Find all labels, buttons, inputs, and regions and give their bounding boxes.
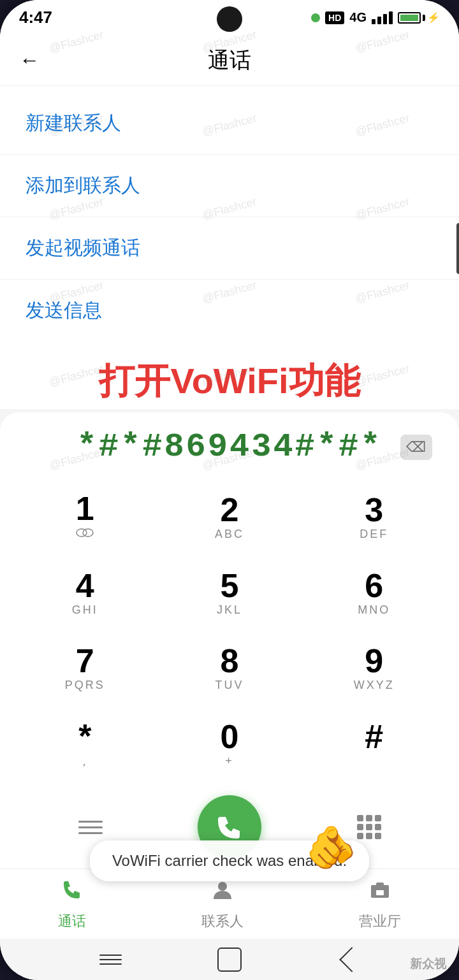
menu-icon	[99, 955, 122, 965]
vowifi-banner: 打开VoWiFi功能	[0, 348, 459, 409]
system-back-button[interactable]	[333, 944, 365, 976]
calls-icon	[59, 877, 85, 909]
key-5-sub: JKL	[217, 603, 242, 617]
signal-bar-3	[383, 14, 387, 24]
system-menu-button[interactable]	[94, 944, 126, 976]
key-2-sub: ABC	[215, 528, 244, 542]
nav-item-business[interactable]: 营业厅	[359, 877, 401, 931]
svg-rect-4	[376, 883, 384, 886]
key-7-sub: PQRS	[65, 679, 105, 693]
nav-calls-label: 通话	[58, 912, 86, 931]
svg-point-1	[83, 529, 93, 537]
battery-fill	[400, 15, 418, 21]
charging-icon: ⚡	[427, 11, 440, 24]
home-square-icon	[217, 948, 242, 972]
svg-point-2	[218, 882, 227, 891]
dial-number-display: *#*#869434#*#*	[26, 428, 433, 466]
hd-badge: HD	[325, 11, 344, 24]
key-9[interactable]: 9 WXYZ	[302, 631, 446, 706]
key-8-main: 8	[221, 644, 239, 677]
key-4-main: 4	[76, 569, 94, 602]
key-2[interactable]: 2 ABC	[157, 479, 302, 556]
camera-notch	[217, 6, 242, 32]
nav-item-contacts[interactable]: 联系人	[201, 877, 244, 931]
hand-pointer-icon: 🫵	[305, 823, 357, 868]
dial-input-row: *#*#869434#*#* ⌫	[0, 412, 459, 472]
nav-business-label: 营业厅	[359, 912, 401, 931]
key-star-sub: ，	[78, 754, 92, 769]
menu-item-video-call[interactable]: 发起视频通话	[0, 217, 459, 280]
key-7[interactable]: 7 PQRS	[13, 631, 157, 706]
phone-screen: @Flashcer @Flashcer @Flashcer @Flashcer …	[0, 0, 459, 980]
key-5[interactable]: 5 JKL	[157, 556, 302, 631]
key-6-main: 6	[365, 569, 383, 602]
volume-button[interactable]	[456, 223, 459, 274]
nav-contacts-label: 联系人	[201, 912, 244, 931]
phone-frame: @Flashcer @Flashcer @Flashcer @Flashcer …	[0, 0, 459, 980]
key-7-main: 7	[76, 644, 94, 677]
status-icons: HD 4G ⚡	[311, 10, 440, 25]
battery-body	[398, 12, 421, 24]
key-0-main: 0	[221, 720, 239, 753]
battery-icon: ⚡	[398, 11, 440, 24]
signal-bar-1	[372, 19, 375, 24]
key-5-main: 5	[221, 569, 239, 602]
key-6[interactable]: 6 MNO	[302, 556, 446, 631]
back-button[interactable]: ←	[19, 48, 40, 72]
key-1-main: 1	[76, 492, 94, 525]
menu-lines-icon	[78, 821, 103, 834]
key-9-main: 9	[365, 644, 383, 677]
key-8[interactable]: 8 TUV	[157, 631, 302, 706]
back-chevron-icon	[339, 947, 365, 972]
key-3-main: 3	[365, 493, 383, 526]
key-9-sub: WXYZ	[354, 679, 395, 693]
key-1-sub	[75, 526, 94, 542]
signal-bars	[372, 11, 393, 24]
key-8-sub: TUV	[215, 679, 244, 693]
notification-dot	[311, 13, 320, 22]
key-3[interactable]: 3 DEF	[302, 479, 446, 556]
key-4[interactable]: 4 GHI	[13, 556, 157, 631]
grid-icon	[357, 815, 380, 839]
menu-item-new-contact[interactable]: 新建联系人	[0, 92, 459, 155]
dialer-area: *#*#869434#*#* ⌫ 1 2 ABC 3	[0, 412, 459, 868]
nav-item-calls[interactable]: 通话	[58, 877, 86, 931]
backspace-icon: ⌫	[400, 435, 432, 460]
vowifi-title: 打开VoWiFi功能	[19, 357, 440, 406]
keypad: 1 2 ABC 3 DEF 4 GHI	[0, 472, 459, 789]
key-1[interactable]: 1	[13, 479, 157, 556]
signal-bar-2	[377, 17, 381, 24]
key-hash-main: #	[365, 720, 383, 753]
key-6-sub: MNO	[358, 603, 390, 617]
key-0-sub: +	[225, 754, 234, 768]
key-star[interactable]: * ，	[13, 706, 157, 782]
menu-item-add-contact[interactable]: 添加到联系人	[0, 155, 459, 217]
system-nav	[0, 939, 459, 980]
key-star-main: *	[78, 719, 91, 753]
key-hash[interactable]: #	[302, 706, 446, 782]
system-home-button[interactable]	[214, 944, 245, 976]
page-title: 通话	[208, 46, 251, 75]
menu-item-send-message[interactable]: 发送信息	[0, 280, 459, 342]
menu-area: 新建联系人 添加到联系人 发起视频通话 发送信息	[0, 86, 459, 348]
signal-bar-4	[389, 11, 393, 24]
key-4-sub: GHI	[72, 603, 98, 617]
backspace-button[interactable]: ⌫	[398, 433, 433, 461]
status-time: 4:47	[19, 8, 52, 27]
battery-tip	[423, 15, 425, 21]
business-icon	[367, 877, 393, 909]
key-2-main: 2	[221, 493, 239, 526]
top-nav: ← 通话	[0, 35, 459, 86]
key-0[interactable]: 0 +	[157, 706, 302, 782]
platform-logo: 新众视	[410, 956, 446, 972]
network-type: 4G	[349, 10, 367, 25]
contacts-icon	[210, 877, 235, 909]
key-3-sub: DEF	[360, 528, 388, 542]
svg-rect-5	[376, 890, 384, 895]
